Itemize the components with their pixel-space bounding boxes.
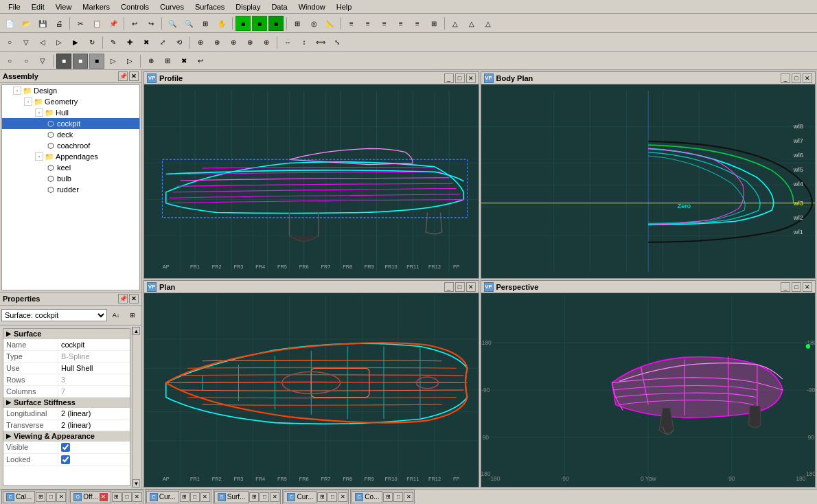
- menu-controls[interactable]: Controls: [115, 1, 154, 12]
- tb2-20[interactable]: ⤡: [330, 35, 345, 50]
- tb-c4[interactable]: ≡: [393, 16, 408, 31]
- tb2-1[interactable]: ○: [2, 35, 17, 50]
- vp-plan-min[interactable]: _: [444, 282, 454, 292]
- vp-persp-close[interactable]: ✕: [803, 282, 812, 292]
- tb-b3[interactable]: ■: [268, 16, 284, 31]
- tab-off-close[interactable]: ✕: [100, 493, 108, 501]
- tb2-18[interactable]: ↕: [297, 35, 312, 50]
- vp-persp-max[interactable]: □: [792, 282, 801, 292]
- tree-item-bulb[interactable]: ⬡ bulb: [2, 173, 139, 184]
- tb3-7[interactable]: ▷: [106, 54, 121, 69]
- tab-group-4-btn2[interactable]: □: [260, 492, 269, 502]
- bottom-tab-co[interactable]: C Co...: [352, 491, 382, 503]
- tb-undo[interactable]: ↩: [127, 16, 142, 31]
- tb-pan[interactable]: ✋: [214, 16, 229, 31]
- tb-snap[interactable]: ◎: [306, 16, 321, 31]
- tb-c1[interactable]: ≡: [344, 16, 359, 31]
- tb3-10[interactable]: ⊞: [160, 54, 175, 69]
- tab-group-3-btn1[interactable]: ⊞: [180, 492, 189, 502]
- checkbox-locked[interactable]: [61, 455, 70, 464]
- tb-zoom-fit[interactable]: ⊞: [198, 16, 213, 31]
- menu-curves[interactable]: Curves: [154, 1, 189, 12]
- tb3-12[interactable]: ↩: [193, 54, 208, 69]
- tb2-13[interactable]: ⊕: [209, 35, 225, 50]
- props-value-longitudinal[interactable]: 2 (linear): [58, 408, 130, 419]
- tab-group-6-btn2[interactable]: □: [393, 492, 403, 502]
- props-sort-alpha[interactable]: A↓: [109, 308, 123, 323]
- tab-group-2-btn1[interactable]: ⊞: [112, 492, 122, 502]
- expander-hull[interactable]: -: [35, 108, 43, 117]
- tb3-8[interactable]: ▷: [122, 54, 137, 69]
- tb-b2[interactable]: ■: [252, 16, 267, 31]
- bottom-tab-surf[interactable]: S Surf...: [214, 491, 249, 503]
- vp-bodyplan-max[interactable]: □: [792, 73, 801, 83]
- tb2-11[interactable]: ⟲: [172, 35, 187, 50]
- tb3-6[interactable]: ■: [89, 54, 104, 69]
- tb2-7[interactable]: ✎: [106, 35, 121, 50]
- tb3-2[interactable]: ○: [19, 54, 34, 69]
- tb-measure[interactable]: 📐: [323, 16, 338, 31]
- assembly-close[interactable]: ✕: [129, 71, 139, 81]
- menu-surfaces[interactable]: Surfaces: [189, 1, 230, 12]
- tb-grid[interactable]: ⊞: [290, 16, 305, 31]
- tb-paste[interactable]: 📌: [106, 16, 121, 31]
- vp-plan-close[interactable]: ✕: [466, 282, 476, 292]
- tb-open[interactable]: 📂: [19, 16, 34, 31]
- tab-group-3-btn3[interactable]: ✕: [200, 492, 210, 502]
- scroll-down[interactable]: ▼: [133, 479, 140, 488]
- tb-cut[interactable]: ✂: [73, 16, 88, 31]
- vp-plan-max[interactable]: □: [455, 282, 465, 292]
- props-section-stiffness[interactable]: ▶ Surface Stiffness: [3, 398, 130, 408]
- tb3-5[interactable]: ■: [73, 54, 88, 69]
- vp-bodyplan-min[interactable]: _: [781, 73, 790, 83]
- tb-c6[interactable]: ⊞: [426, 16, 441, 31]
- tb-d2[interactable]: △: [464, 16, 479, 31]
- tree-item-hull[interactable]: - 📁 Hull: [2, 107, 139, 118]
- tab-group-4-btn3[interactable]: ✕: [270, 492, 279, 502]
- tb2-10[interactable]: ⤢: [155, 35, 170, 50]
- tab-group-5-btn3[interactable]: ✕: [338, 492, 347, 502]
- tab-group-6-btn1[interactable]: ⊞: [383, 492, 393, 502]
- tree-item-appendages[interactable]: - 📁 Appendages: [2, 151, 139, 162]
- vp-profile-max[interactable]: □: [455, 73, 465, 83]
- bottom-tab-cur1[interactable]: C Cur...: [146, 491, 179, 503]
- tab-group-2-btn2[interactable]: □: [122, 492, 132, 502]
- tab-group-5-btn2[interactable]: □: [327, 492, 337, 502]
- menu-window[interactable]: Window: [293, 1, 331, 12]
- tb3-3[interactable]: ▽: [35, 54, 50, 69]
- props-pin[interactable]: 📌: [118, 294, 128, 303]
- bottom-tab-cur2[interactable]: C Cur...: [284, 491, 317, 503]
- bottom-tab-cal[interactable]: C Cal...: [3, 491, 35, 503]
- tree-item-geometry[interactable]: - 📁 Geometry: [2, 96, 139, 107]
- tb2-2[interactable]: ▽: [19, 35, 34, 50]
- tree-item-deck[interactable]: ⬡ deck: [2, 129, 139, 140]
- tb2-15[interactable]: ⊕: [242, 35, 257, 50]
- props-value-locked[interactable]: [58, 454, 130, 466]
- tb2-19[interactable]: ⟺: [313, 35, 328, 50]
- tb2-14[interactable]: ⊕: [226, 35, 241, 50]
- vp-profile-close[interactable]: ✕: [466, 73, 476, 83]
- tb2-8[interactable]: ✚: [122, 35, 137, 50]
- props-value-visible[interactable]: [58, 442, 130, 453]
- tab-group-1-btn2[interactable]: □: [46, 492, 56, 502]
- tb2-5[interactable]: ▶: [68, 35, 83, 50]
- tb2-3[interactable]: ◁: [35, 35, 50, 50]
- tb-c2[interactable]: ≡: [360, 16, 376, 31]
- properties-dropdown[interactable]: Surface: cockpit: [1, 309, 107, 321]
- props-sort-cat[interactable]: ⊞: [126, 308, 139, 323]
- tab-group-3-btn2[interactable]: □: [190, 492, 200, 502]
- tb-save[interactable]: 💾: [35, 16, 50, 31]
- tb-c3[interactable]: ≡: [377, 16, 392, 31]
- tb-d3[interactable]: △: [481, 16, 496, 31]
- tb3-1[interactable]: ○: [2, 54, 17, 69]
- tb-d1[interactable]: △: [448, 16, 463, 31]
- tree-item-coachroof[interactable]: ⬡ coachroof: [2, 140, 139, 151]
- tb-c5[interactable]: ≡: [410, 16, 425, 31]
- tb-zoom-in[interactable]: 🔍: [165, 16, 180, 31]
- tree-item-rudder[interactable]: ⬡ rudder: [2, 184, 139, 195]
- tree-item-design[interactable]: - 📁 Design: [2, 85, 139, 96]
- tb3-4[interactable]: ■: [56, 54, 71, 69]
- tb3-11[interactable]: ✖: [176, 54, 192, 69]
- tab-group-6-btn3[interactable]: ✕: [404, 492, 413, 502]
- menu-edit[interactable]: Edit: [26, 1, 50, 12]
